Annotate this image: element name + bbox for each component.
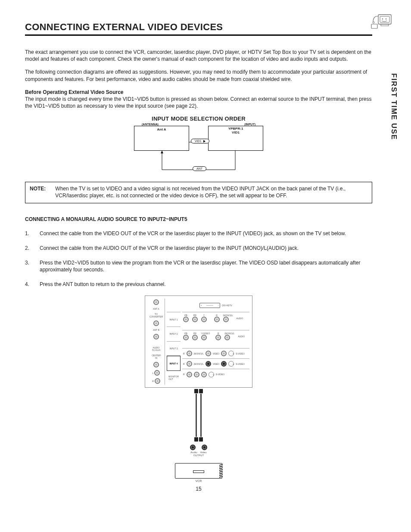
before-operating-block: Before Operating External Video Source T… [25, 89, 372, 110]
page-title: CONNECTING EXTERNAL VIDEO DEVICES [25, 22, 372, 36]
subsection-heading: CONNECTING A MONAURAL AUDIO SOURCE TO IN… [25, 216, 372, 222]
step-4: Press the ANT button to return to the pr… [25, 281, 372, 288]
section-tab: FIRST TIME USE [389, 73, 398, 140]
note-text: When the TV is set to VIDEO and a video … [55, 186, 367, 199]
diagram-box-input: YPBPR:1VID1 [208, 126, 263, 151]
svg-rect-6 [371, 24, 377, 28]
center-in-jack [153, 362, 159, 367]
vcr-audio-out [190, 445, 196, 450]
input-mode-diagram: INPUT MODE SELECTION ORDER (ANTENNA) (IN… [134, 115, 263, 176]
dvi-port: ●▭▭▭▭↔ [199, 303, 220, 308]
svg-point-2 [382, 19, 383, 19]
vcr-video-out [202, 445, 207, 450]
input4-video-jack [221, 361, 227, 367]
intro-paragraph-2: The following connection diagrams are of… [25, 68, 372, 82]
ant-b-jack [153, 334, 159, 339]
rear-panel-diagram: ANT A TO CONVERTER ANT B AUDIO TO HI-FI … [145, 296, 252, 482]
diagram-label-right: (INPUT) [244, 123, 255, 126]
before-heading: Before Operating External Video Source [25, 89, 124, 95]
input4-mono-jack [206, 361, 211, 367]
output-labels: Audio Video OUTPUT [145, 451, 252, 457]
steps-list: Connect the cable from the VIDEO OUT of … [25, 230, 372, 288]
page-number: 15 [25, 486, 372, 492]
diagram-title: INPUT MODE SELECTION ORDER [134, 115, 263, 122]
diagram-label-left: (ANTENNA) [142, 123, 159, 126]
ant-a-jack [153, 299, 159, 305]
cables [145, 394, 252, 437]
diagram-box-antenna: Ant A [134, 126, 189, 151]
diagram-pill-vid1: VID1 [191, 139, 209, 143]
note-label: NOTE: [30, 186, 46, 199]
note-box: NOTE: When the TV is set to VIDEO and a … [25, 182, 372, 203]
diagram-pill-ant: ANT [193, 166, 206, 171]
tv-manual-icon [370, 12, 394, 31]
step-2: Connect the cable from the AUDIO OUT of … [25, 245, 372, 252]
svg-point-3 [386, 19, 386, 19]
before-text: The input mode is changed every time the… [25, 96, 372, 109]
svg-point-5 [373, 22, 374, 23]
vcr-device [175, 463, 222, 479]
converter-jack [153, 320, 159, 326]
intro-paragraph-1: The exact arrangement you use to connect… [25, 49, 372, 62]
vcr-label: VCR [145, 479, 252, 482]
step-1: Connect the cable from the VIDEO OUT of … [25, 230, 372, 237]
step-3: Press the VID2~VID5 button to view the p… [25, 259, 372, 273]
